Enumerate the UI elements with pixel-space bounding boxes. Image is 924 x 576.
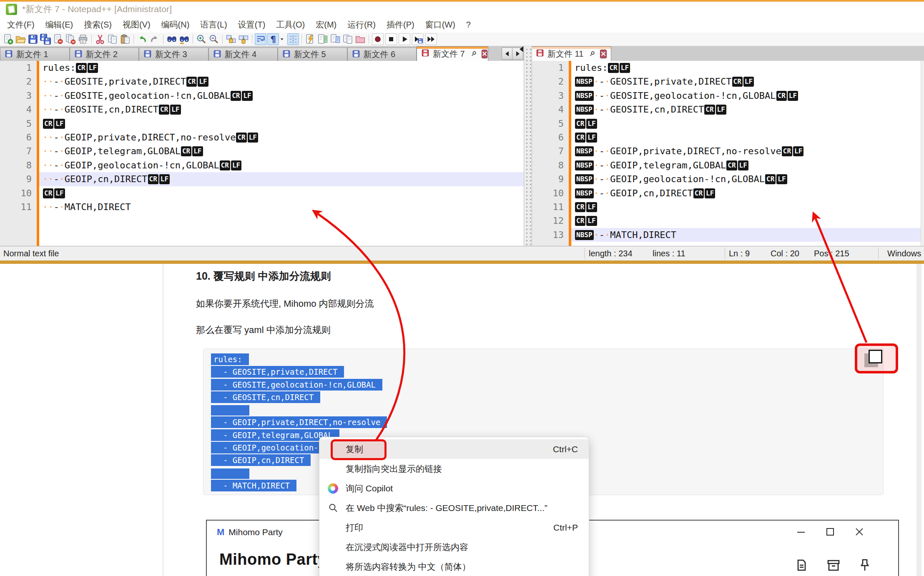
close-all-icon[interactable] <box>65 33 76 45</box>
paste-icon[interactable] <box>119 33 131 45</box>
line-number: 12 <box>532 214 569 228</box>
tab-新文件-6[interactable]: 新文件 6 <box>347 48 417 61</box>
menu-item-3[interactable]: 搜索(S) <box>78 17 117 33</box>
editor-line-11: 11CRLF <box>532 200 921 214</box>
editor-line-7: 7··-·GEOIP,telegram,GLOBALCRLF <box>0 144 524 158</box>
splitter-grip-icon <box>520 46 523 52</box>
editor-line-4: 4··-·GEOSITE,cn,DIRECTCRLF <box>0 103 524 116</box>
toolbar-separator <box>193 35 193 44</box>
show-all-chars-icon[interactable]: ¶ <box>267 33 279 45</box>
tab-新文件-11[interactable]: 新文件 11 <box>531 46 611 61</box>
tab-新文件-2[interactable]: 新文件 2 <box>70 48 139 61</box>
line-number: 5 <box>0 117 37 130</box>
stop-macro-icon[interactable] <box>385 33 397 45</box>
tab-新文件-5[interactable]: 新文件 5 <box>278 48 347 61</box>
toolbar-separator <box>133 35 134 44</box>
crlf-marker: CRLF <box>704 105 726 115</box>
word-wrap-icon[interactable] <box>255 33 266 45</box>
status-eol-format: Windows <box>887 249 921 258</box>
pin-icon[interactable] <box>859 558 871 572</box>
context-menu-item-3[interactable]: 询问 Copilot <box>319 478 589 498</box>
tab-新文件-1[interactable]: 新文件 1 <box>0 48 70 61</box>
menu-item-2[interactable]: 编辑(E) <box>40 17 79 33</box>
folder-workspace-icon[interactable] <box>354 33 366 45</box>
tab-close-icon[interactable] <box>482 50 487 58</box>
menu-item-11[interactable]: 插件(P) <box>381 17 420 33</box>
crlf-marker: CRLF <box>693 188 716 198</box>
editor-line-12: 12CRLF <box>532 214 921 228</box>
status-lines: lines : 11 <box>653 249 685 258</box>
context-menu-item-6[interactable]: 在沉浸式阅读器中打开所选内容 <box>319 537 589 557</box>
redo-icon[interactable] <box>149 33 161 45</box>
tab-新文件-7[interactable]: 新文件 7 <box>417 46 488 61</box>
editor-pane-left[interactable]: 1rules:CRLF2··-·GEOSITE,private,DIRECTCR… <box>0 61 524 246</box>
function-list-icon[interactable] <box>304 33 316 45</box>
copy-icon[interactable] <box>107 33 118 45</box>
undo-icon[interactable] <box>136 33 148 45</box>
menu-item-12[interactable]: 窗口(W) <box>420 17 461 33</box>
status-length: length : 234 <box>589 249 633 258</box>
tab-close-icon[interactable] <box>600 50 607 58</box>
tab-pin-icon[interactable] <box>470 50 477 58</box>
play-macro-icon[interactable] <box>399 33 410 45</box>
doc-list-icon[interactable] <box>329 33 341 45</box>
editor-line-6: 6CRLF <box>532 130 921 144</box>
editor-pane-right[interactable]: 1rules:CRLF2NBSP·-·GEOSITE,private,DIREC… <box>532 61 921 246</box>
doc-map-icon[interactable] <box>317 33 329 45</box>
new-file-icon[interactable] <box>2 33 14 45</box>
menu-item-8[interactable]: 工具(O) <box>271 17 310 33</box>
saved-file-icon <box>74 50 83 60</box>
indent-guide-icon[interactable] <box>287 33 299 45</box>
close-icon[interactable] <box>52 33 64 45</box>
save-all-icon[interactable] <box>40 33 51 45</box>
pane-splitter[interactable] <box>524 46 532 246</box>
menu-item-4[interactable]: 视图(V) <box>117 17 156 33</box>
editor-line-8: 8NBSP·-·GEOIP,telegram,GLOBALCRLF <box>532 158 921 172</box>
doc-switcher-icon[interactable] <box>342 33 354 45</box>
sync-v-icon[interactable] <box>225 33 237 45</box>
save-icon[interactable] <box>27 33 39 45</box>
menu-item-5[interactable]: 编码(N) <box>156 17 195 33</box>
code-line: - GEOSITE,private,DIRECT <box>211 367 883 380</box>
context-menu-item-2[interactable]: 复制指向突出显示的链接 <box>319 459 589 478</box>
minimize-icon[interactable] <box>796 526 806 537</box>
menu-item-1[interactable]: 文件(F) <box>2 17 40 33</box>
maximize-icon[interactable] <box>825 526 836 537</box>
menu-item-7[interactable]: 设置(T) <box>233 17 271 33</box>
page-scrollbar[interactable] <box>916 264 921 576</box>
record-macro-icon[interactable] <box>372 33 384 45</box>
context-menu-item-7[interactable]: 将所选内容转换为 中文（简体） <box>319 557 589 576</box>
crlf-marker: CRLF <box>186 77 208 87</box>
replace-icon[interactable] <box>178 33 190 45</box>
menu-item-10[interactable]: 运行(R) <box>342 17 381 33</box>
sidebar-divider <box>163 264 163 576</box>
print-icon[interactable] <box>77 33 89 45</box>
editor-scrollbar[interactable] <box>921 61 924 246</box>
tab-pin-icon[interactable] <box>588 50 596 58</box>
tab-新文件-3[interactable]: 新文件 3 <box>139 48 208 61</box>
tab-新文件-4[interactable]: 新文件 4 <box>208 48 278 61</box>
menu-item-9[interactable]: 宏(M) <box>310 17 342 33</box>
menu-item-6[interactable]: 语言(L) <box>195 17 232 33</box>
archive-box-icon[interactable] <box>826 558 841 572</box>
cut-icon[interactable] <box>94 33 106 45</box>
close-icon[interactable] <box>854 526 865 537</box>
find-icon[interactable] <box>166 33 178 45</box>
dropdown-icon[interactable] <box>280 33 286 45</box>
sync-h-icon[interactable] <box>238 33 249 45</box>
run-macro-icon[interactable] <box>425 33 437 45</box>
context-menu-item-4[interactable]: 在 Web 中搜索“rules: - GEOSITE,private,DIREC… <box>319 498 589 518</box>
open-icon[interactable] <box>15 33 26 45</box>
crlf-marker: CRLF <box>159 105 181 115</box>
document-icon[interactable] <box>795 558 808 572</box>
notepad-titlebar[interactable]: *新文件 7 - Notepad++ [Administrator] <box>0 2 924 17</box>
zoom-in-icon[interactable] <box>196 33 207 45</box>
context-menu-item-5[interactable]: 打印Ctrl+P <box>319 518 589 537</box>
mihomo-logo-icon: M <box>217 528 224 537</box>
save-macro-icon[interactable] <box>412 33 424 45</box>
tab-scroll-left-button[interactable] <box>502 48 512 60</box>
line-number: 7 <box>532 144 569 158</box>
menu-item-13[interactable]: ? <box>461 17 476 33</box>
zoom-out-icon[interactable] <box>208 33 220 45</box>
status-position: Pos : 215 <box>814 249 849 258</box>
